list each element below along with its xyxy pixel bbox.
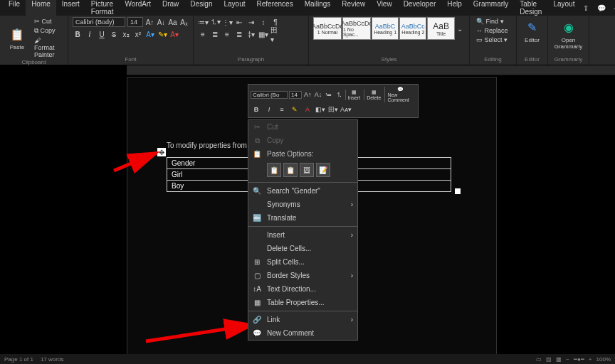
paste-text-only[interactable]: 📝 <box>316 163 330 177</box>
change-case-icon[interactable]: Aa <box>168 17 177 27</box>
mini-insert-button[interactable]: ▦Insert <box>345 90 363 100</box>
ctx-search[interactable]: 🔍Search "Gender" <box>248 184 357 198</box>
svg-line-0 <box>114 153 157 171</box>
doc-intro-text: To modify properties from th <box>167 141 255 149</box>
minimize-icon[interactable]: — <box>611 4 615 12</box>
align-left-icon[interactable]: ≡ <box>198 29 208 39</box>
shrink-font-icon[interactable]: A↓ <box>157 17 166 27</box>
bold-icon[interactable]: B <box>73 29 83 39</box>
paste-merge[interactable]: 📋 <box>283 163 298 177</box>
numbering-icon[interactable]: ⒈▾ <box>210 17 220 27</box>
table-resize-handle[interactable] <box>455 188 461 194</box>
style-nospacing[interactable]: AaBbCcDc1 No Spac... <box>342 17 371 40</box>
comments-icon[interactable]: 💬 <box>596 4 607 12</box>
copy-button[interactable]: ⧉ Copy <box>32 26 63 36</box>
bullets-icon[interactable]: ≔▾ <box>198 17 208 27</box>
ctx-synonyms[interactable]: Synonyms <box>248 198 357 211</box>
font-color-icon[interactable]: A▾ <box>169 29 179 39</box>
cell-girl[interactable]: Girl <box>167 169 253 181</box>
font-size-select[interactable] <box>127 17 143 27</box>
mini-comment-button[interactable]: 💬New Comment <box>384 87 416 102</box>
mini-fontcolor-icon[interactable]: A <box>302 104 313 115</box>
view-read-icon[interactable]: ▭ <box>536 356 542 363</box>
status-bar: Page 1 of 1 17 words ▭ ▤ ▦ − ━●━ + 100% <box>0 354 615 364</box>
mini-delete-button[interactable]: ▦Delete <box>364 90 383 100</box>
ruler[interactable] <box>127 65 615 75</box>
mini-shrink-icon[interactable]: A↓ <box>314 89 323 100</box>
status-words[interactable]: 17 words <box>41 356 63 363</box>
mini-grow-icon[interactable]: A↑ <box>303 89 312 100</box>
cut-button[interactable]: ✂ Cut <box>32 17 63 26</box>
mini-font-name[interactable] <box>251 91 288 99</box>
indent-dec-icon[interactable]: ⇤ <box>234 17 244 27</box>
zoom-level[interactable]: 100% <box>596 356 611 363</box>
ctx-link[interactable]: 🔗Link <box>248 313 357 326</box>
align-right-icon[interactable]: ≡ <box>222 29 232 39</box>
style-heading1[interactable]: AaBbCHeading 1 <box>372 17 399 40</box>
ctx-split-cells[interactable]: ⊞Split Cells... <box>248 255 357 269</box>
styles-more-icon[interactable]: ⌄ <box>456 23 465 33</box>
cell-boy[interactable]: Boy <box>167 181 253 192</box>
style-normal[interactable]: AaBbCcDc1 Normal <box>313 17 342 40</box>
mini-shading-icon[interactable]: ◧▾ <box>315 104 326 115</box>
mini-align-icon[interactable]: ≡ <box>276 104 288 115</box>
line-spacing-icon[interactable]: ‡▾ <box>246 29 256 39</box>
select-button[interactable]: ▭ Select ▾ <box>474 36 512 44</box>
ctx-table-properties[interactable]: ▦Table Properties... <box>248 296 357 309</box>
view-web-icon[interactable]: ▦ <box>556 356 562 363</box>
paste-picture[interactable]: 🖼 <box>300 163 314 177</box>
zoom-in-icon[interactable]: + <box>589 356 592 363</box>
sort-icon[interactable]: ↕ <box>258 17 268 27</box>
strike-icon[interactable]: S̶ <box>109 29 119 39</box>
align-center-icon[interactable]: ≣ <box>210 29 220 39</box>
mini-highlight-icon[interactable]: ✎ <box>289 104 300 115</box>
multilevel-icon[interactable]: ⋮▾ <box>222 17 232 27</box>
text-effects-icon[interactable]: A▾ <box>145 29 155 39</box>
editor-button[interactable]: ✎ Editor <box>521 17 543 45</box>
ctx-translate[interactable]: 🔤Translate <box>248 211 357 225</box>
ctx-border-styles[interactable]: ▢Border Styles <box>248 269 357 282</box>
mini-italic-icon[interactable]: I <box>263 104 275 115</box>
subscript-icon[interactable]: x₂ <box>121 29 131 39</box>
ctx-new-comment[interactable]: 💬New Comment <box>248 326 357 340</box>
grow-font-icon[interactable]: A↑ <box>145 17 154 27</box>
zoom-out-icon[interactable]: − <box>566 356 569 363</box>
mini-bold-icon[interactable]: B <box>251 104 262 115</box>
mini-border-icon[interactable]: 田▾ <box>327 104 339 115</box>
share-icon[interactable]: ⇪ <box>580 4 592 12</box>
superscript-icon[interactable]: x² <box>133 29 143 39</box>
replace-button[interactable]: ↔ Replace <box>474 26 512 35</box>
underline-icon[interactable]: U <box>97 29 107 39</box>
mini-numbering-icon[interactable]: ⒈ <box>335 89 344 100</box>
mini-bullets-icon[interactable]: ≔ <box>324 89 333 100</box>
grammarly-button[interactable]: ◉ Open Grammarly <box>552 17 584 51</box>
status-page[interactable]: Page 1 of 1 <box>4 356 33 363</box>
view-print-icon[interactable]: ▤ <box>546 356 552 363</box>
group-editor: Editor <box>521 56 543 63</box>
group-grammarly: Grammarly <box>552 56 584 63</box>
borders-icon[interactable]: 田▾ <box>270 29 280 39</box>
style-title[interactable]: AaBTitle <box>427 17 454 40</box>
ctx-text-direction[interactable]: ↕AText Direction... <box>248 282 357 296</box>
style-heading2[interactable]: AaBbCcHeading 2 <box>399 17 426 40</box>
mini-styles-icon[interactable]: Aᴀ▾ <box>340 104 352 115</box>
cell-header-gender[interactable]: Gender <box>167 158 253 169</box>
font-name-select[interactable] <box>73 17 125 27</box>
shading-icon[interactable]: ▦▾ <box>258 29 268 39</box>
ctx-delete-cells[interactable]: Delete Cells... <box>248 242 357 255</box>
mini-font-size[interactable] <box>289 91 302 99</box>
indent-inc-icon[interactable]: ⇥ <box>246 17 256 27</box>
ctx-insert[interactable]: Insert <box>248 228 357 242</box>
svg-line-1 <box>146 325 253 341</box>
paste-button[interactable]: 📋 Paste <box>4 24 30 52</box>
italic-icon[interactable]: I <box>85 29 95 39</box>
justify-icon[interactable]: ≣ <box>234 29 244 39</box>
paste-keep-source[interactable]: 📋 <box>267 163 281 177</box>
clear-format-icon[interactable]: Aᵪ <box>179 17 189 27</box>
highlight-icon[interactable]: ✎▾ <box>157 29 167 39</box>
zoom-slider[interactable]: ━●━ <box>574 356 584 363</box>
format-painter-button[interactable]: 🖌 Format Painter <box>32 36 63 59</box>
find-button[interactable]: 🔍 Find ▾ <box>474 17 512 26</box>
grammarly-icon: ◉ <box>560 18 577 36</box>
copy-icon: ⧉ <box>252 136 262 145</box>
